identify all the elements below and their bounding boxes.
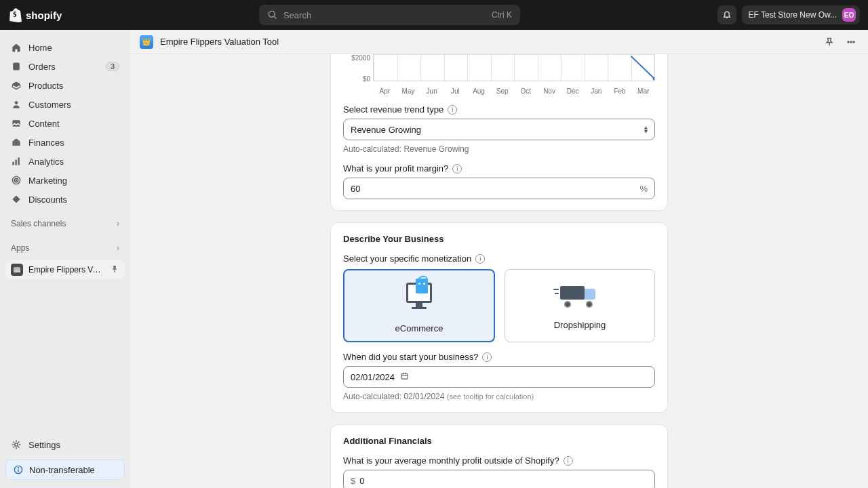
outside-profit-label: What is your average monthly profit outs… (343, 455, 655, 466)
describe-card: Describe Your Business Select your speci… (330, 222, 668, 413)
outside-profit-input[interactable]: $ 0 (343, 470, 655, 488)
revenue-card: $2000 $0 AprMayJunJulAugSepOctNovDecJanF… (330, 54, 668, 211)
trend-label: Select revenue trend typei (343, 104, 655, 115)
more-button[interactable] (844, 35, 859, 49)
dropshipping-icon (560, 282, 599, 309)
sidebar-item-discounts[interactable]: Discounts (5, 190, 125, 209)
svg-point-17 (14, 197, 16, 199)
additional-card: Additional Financials What is your avera… (330, 424, 668, 488)
search-shortcut: Ctrl K (492, 10, 512, 20)
sidebar-item-finances[interactable]: Finances (5, 133, 125, 152)
page-header: 👑 Empire Flippers Valuation Tool (130, 30, 868, 54)
store-name: EF Test Store New Ow... (749, 10, 837, 20)
start-date-help: Auto-calculated: 02/01/2024 (see tooltip… (343, 392, 655, 401)
ecommerce-icon (402, 279, 436, 312)
sales-channels-section[interactable]: Sales channels› (5, 214, 125, 233)
svg-point-26 (853, 41, 854, 42)
search-icon (267, 9, 278, 20)
sidebar-item-home[interactable]: Home (5, 38, 125, 57)
revenue-chart: $2000 $0 AprMayJunJulAugSepOctNovDecJanF… (347, 54, 655, 95)
svg-rect-4 (15, 66, 18, 66)
page-title: Empire Flippers Valuation Tool (160, 37, 279, 47)
products-icon (11, 80, 22, 91)
additional-title: Additional Financials (343, 436, 655, 446)
info-icon[interactable]: i (452, 164, 462, 174)
orders-icon (11, 61, 22, 72)
monetization-label: Select your specific monetizationi (343, 253, 655, 264)
notifications-button[interactable] (717, 5, 736, 24)
trend-help: Auto-calculated: Revenue Growing (343, 144, 655, 154)
svg-point-0 (269, 11, 275, 17)
sidebar-item-analytics[interactable]: Analytics (5, 152, 125, 171)
apps-section[interactable]: Apps› (5, 239, 125, 258)
pin-icon[interactable] (110, 264, 119, 276)
svg-rect-11 (12, 162, 14, 165)
discounts-icon (11, 194, 22, 205)
start-date-input[interactable]: 02/01/2024 (343, 366, 655, 388)
brand-text: shopify (26, 9, 62, 21)
shopify-logo[interactable]: shopify (8, 7, 62, 22)
nontransferable-badge: Non-transferable (5, 460, 125, 480)
svg-rect-8 (14, 142, 16, 144)
svg-rect-9 (16, 142, 17, 144)
avatar: EO (842, 8, 856, 22)
info-icon[interactable]: i (482, 352, 492, 362)
sidebar-item-content[interactable]: Content (5, 114, 125, 133)
sidebar-item-orders[interactable]: Orders3 (5, 57, 125, 76)
info-icon (13, 464, 24, 475)
orders-badge: 3 (106, 62, 119, 71)
home-icon (11, 42, 22, 53)
sidebar-app-item[interactable]: Empire Flippers Valua... (5, 260, 125, 279)
start-date-label: When did you start your business?i (343, 352, 655, 362)
svg-point-22 (18, 468, 19, 468)
calendar-icon (400, 371, 409, 382)
info-icon[interactable]: i (448, 105, 457, 115)
monetization-ecommerce[interactable]: eCommerce (343, 269, 495, 342)
info-icon[interactable]: i (564, 456, 573, 466)
svg-point-16 (16, 180, 17, 181)
svg-rect-3 (15, 64, 18, 65)
analytics-icon (11, 156, 22, 167)
app-header-icon: 👑 (140, 35, 153, 49)
describe-title: Describe Your Business (343, 234, 655, 244)
marketing-icon (11, 175, 22, 186)
app-icon (11, 264, 23, 276)
store-switcher[interactable]: EF Test Store New Ow... EO (742, 5, 861, 24)
svg-rect-10 (18, 142, 19, 144)
profit-margin-label: What is your profit margin?i (343, 163, 655, 174)
svg-line-1 (274, 16, 276, 18)
svg-point-24 (848, 41, 849, 42)
sidebar-item-customers[interactable]: Customers (5, 95, 125, 114)
chevron-right-icon: › (117, 243, 119, 253)
svg-point-19 (15, 443, 18, 447)
svg-rect-28 (401, 373, 408, 379)
sidebar: Home Orders3 Products Customers Content … (0, 30, 130, 488)
profit-margin-input[interactable]: 60 % (343, 178, 655, 199)
monetization-dropshipping[interactable]: Dropshipping (505, 269, 655, 342)
svg-rect-12 (15, 160, 16, 165)
search-placeholder: Search (283, 10, 486, 20)
info-icon[interactable]: i (475, 254, 485, 264)
content-icon (11, 118, 22, 129)
svg-rect-13 (18, 157, 19, 165)
trend-select[interactable]: Revenue Growing ▴▾ (343, 119, 655, 140)
sidebar-item-marketing[interactable]: Marketing (5, 171, 125, 190)
finances-icon (11, 137, 22, 148)
svg-point-25 (850, 41, 852, 42)
sidebar-item-settings[interactable]: Settings (5, 435, 125, 454)
chevron-right-icon: › (117, 219, 119, 228)
customers-icon (11, 99, 22, 110)
sidebar-item-products[interactable]: Products (5, 76, 125, 95)
svg-point-5 (15, 101, 18, 104)
search-input[interactable]: Search Ctrl K (259, 5, 520, 25)
bell-icon (722, 9, 732, 20)
select-chevron-icon: ▴▾ (644, 125, 648, 134)
topbar: shopify Search Ctrl K EF Test Store New … (0, 0, 868, 30)
main: 👑 Empire Flippers Valuation Tool $2000 $… (130, 30, 868, 488)
gear-icon (11, 439, 22, 450)
pin-button[interactable] (822, 35, 837, 49)
